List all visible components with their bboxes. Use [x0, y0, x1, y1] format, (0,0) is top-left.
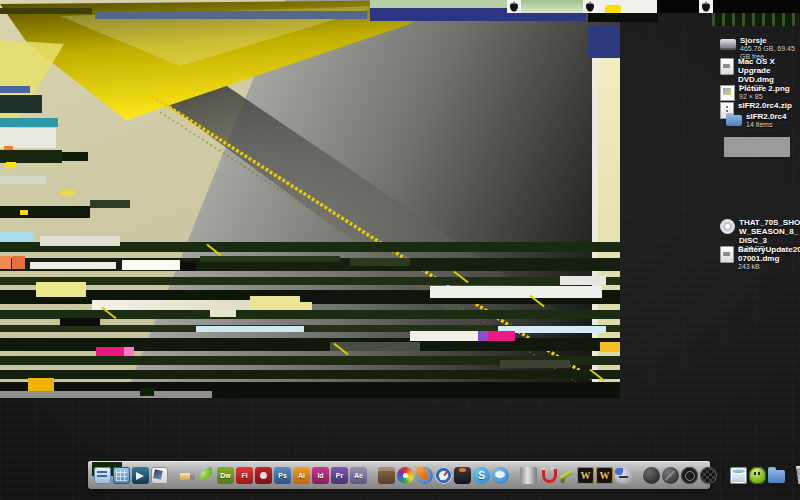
dock-icon-silver-can-app[interactable] [520, 467, 537, 484]
dock-icon-dark-checker-app[interactable] [700, 467, 717, 484]
dock-icon-photoshop[interactable]: Ps [274, 467, 291, 484]
desktop: Sjorsje465.76 GB, 69.45 GB free Mac OS X… [0, 0, 800, 500]
dock-icon-firefox[interactable] [416, 467, 433, 484]
glitch-fragment [210, 310, 236, 317]
dock-icon-safari[interactable] [435, 467, 452, 484]
dock-icon-after-effects[interactable]: Ae [350, 467, 367, 484]
glitch-fragment [350, 258, 410, 266]
glitch-band [0, 338, 620, 351]
desktop-icon-battery-dmg[interactable]: BatteryUpdate2007001.dmg243 kB [720, 245, 800, 271]
dock-icon-brown-box-app[interactable] [378, 467, 395, 484]
dock-icon-dark-sphere-app[interactable] [643, 467, 660, 484]
glitch-fragment [410, 331, 478, 341]
icon-detail: 92 × 85 [739, 93, 800, 101]
glitch-fragment [62, 152, 88, 161]
flash-label: Fl [236, 467, 253, 484]
glitch-band [0, 277, 620, 285]
desktop-icon-folder[interactable]: sIFR2.0rc414 items [726, 112, 800, 129]
dock-separator [723, 465, 724, 487]
glitch-gray-rectangle [720, 137, 800, 157]
dock-icon-dark-ring-app[interactable] [681, 467, 698, 484]
menubar-fragment [0, 8, 92, 14]
desktop-icon-picture[interactable]: Picture 2.png92 × 85 [720, 84, 800, 101]
glitch-navy-block [588, 26, 620, 58]
icon-detail: 243 kB [738, 263, 800, 271]
dock-icon-documents-folder[interactable] [768, 470, 785, 483]
dock-icon-premiere[interactable]: Pr [331, 467, 348, 484]
illustrator-label: Ai [293, 467, 310, 484]
glitch-fragment [430, 286, 602, 298]
dock-icon-blue-document-app[interactable] [94, 467, 111, 484]
premiere-label: Pr [331, 467, 348, 484]
glitch-fragment [30, 262, 116, 269]
dock-icon-illustrator[interactable]: Ai [293, 467, 310, 484]
dock-icon-indesign[interactable]: Id [312, 467, 329, 484]
dock-icon-world-of-warcraft-2[interactable]: W [596, 467, 613, 484]
dock-icon-teal-arrow-app[interactable] [132, 467, 149, 484]
icon-label: THAT_70S_SHOW_SEASON_8_DISC_3 [739, 218, 800, 245]
wow-label: W [596, 467, 613, 484]
dock-icon-truck-app[interactable] [179, 467, 196, 484]
dock-icon-skype[interactable]: S [473, 467, 490, 484]
dock-icon-window-capture-app[interactable] [730, 467, 747, 484]
glitch-fragment [500, 360, 570, 368]
glitch-fragment [0, 206, 90, 218]
glitch-fragment [36, 282, 86, 297]
glitch-fragment [0, 232, 34, 241]
dock-icon-red-magnet-app[interactable] [539, 467, 556, 484]
dock-icon-dark-bottle-app[interactable] [454, 467, 471, 484]
dock-icon-knight-helmet-game[interactable] [615, 467, 632, 484]
dock-icon-flash[interactable]: Fl [236, 467, 253, 484]
after-effects-label: Ae [350, 467, 367, 484]
menubar-fragment [95, 11, 367, 19]
glitch-fragment [28, 378, 54, 391]
glitch-artifact-window [0, 0, 620, 398]
dock-icon-world-of-warcraft[interactable]: W [577, 467, 594, 484]
glitch-fragment [0, 176, 46, 184]
icon-label: Mac OS X Upgrade DVD.dmg [738, 57, 800, 84]
glitch-fragment [140, 388, 154, 396]
dock-icon-dreamweaver[interactable]: Dw [217, 467, 234, 484]
dock-icons: Dw Fl Ps Ai Id Pr Ae S W W [94, 465, 706, 484]
glitch-fragment [6, 162, 16, 168]
dock-icon-trash[interactable] [796, 466, 800, 484]
glitch-fragment [60, 190, 76, 196]
disk-image-icon [720, 58, 734, 75]
glitch-fragment [196, 326, 304, 332]
dreamweaver-label: Dw [217, 467, 234, 484]
glitch-fragment [96, 347, 124, 356]
apple-menu-icon[interactable] [507, 0, 521, 13]
icon-label: sIFR2.0rc4.zip [738, 101, 800, 110]
desktop-icons: Sjorsje465.76 GB, 69.45 GB free Mac OS X… [716, 0, 800, 300]
glitch-fragment [478, 331, 488, 341]
glitch-fragment [300, 294, 340, 302]
icon-label: Picture 2.png [739, 84, 800, 93]
dock-icon-dark-streak-app[interactable] [662, 467, 679, 484]
glitch-fragment [12, 256, 25, 269]
glitch-fragment [488, 331, 515, 341]
glitch-fragment [60, 318, 100, 326]
dock-icon-green-leaf-app[interactable] [198, 467, 215, 484]
dock-icon-ichat[interactable] [492, 467, 509, 484]
dock-icon-colorful-media-app[interactable] [397, 467, 414, 484]
glitch-band [0, 370, 620, 379]
glitch-fragment [40, 236, 120, 246]
folder-icon [726, 115, 742, 126]
menubar-fragment [521, 0, 583, 13]
menubar-fragment [370, 0, 510, 8]
dock-icon-blue-grid-app[interactable] [113, 467, 130, 484]
dock-icon-green-gun-game[interactable] [558, 467, 575, 484]
dock-icon-photo-pen-app[interactable] [151, 467, 168, 484]
dock-icon-red-adobe-app[interactable] [255, 467, 272, 484]
apple-menu-icon[interactable] [583, 0, 597, 13]
dock-icon-green-blob-game[interactable] [749, 467, 766, 484]
glitch-fragment [600, 342, 620, 352]
icon-label: Sjorsje [740, 36, 800, 45]
hard-drive-icon [720, 39, 736, 50]
glitch-fragment [560, 276, 606, 285]
glitch-fragment [0, 128, 56, 148]
apple-menu-icon[interactable] [699, 0, 713, 13]
icon-label: sIFR2.0rc4 [746, 112, 800, 121]
glitch-fragment [0, 86, 30, 93]
glitch-fragment [124, 347, 134, 356]
